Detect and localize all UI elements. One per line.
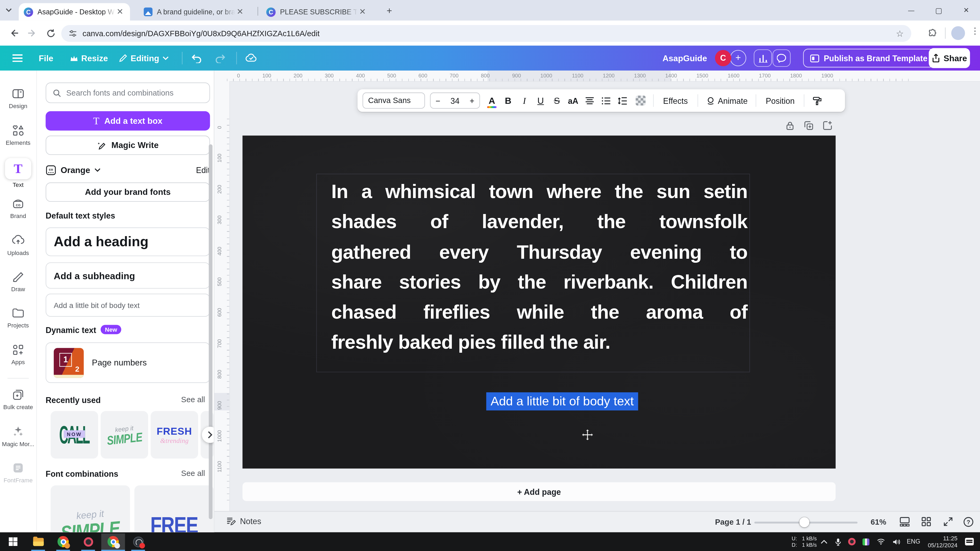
notification-center-icon[interactable] [965,538,974,545]
help-icon[interactable]: ? [963,517,974,527]
red-ring-app-button[interactable] [76,534,100,550]
bookmark-star-icon[interactable]: ☆ [896,29,904,39]
brand-kit-edit-link[interactable]: Edit [196,165,210,175]
page-numbers-card[interactable]: 12 Page numbers [46,342,210,383]
increase-size-button[interactable]: + [470,96,474,105]
pages-view-icon[interactable] [899,517,910,527]
sidebar-item-fontframe[interactable]: FontFrame [0,461,36,483]
spacing-button[interactable] [614,91,630,110]
site-settings-icon[interactable] [69,29,77,38]
animate-button[interactable]: Animate [702,91,751,110]
alignment-button[interactable] [581,91,598,110]
comments-button[interactable] [773,49,791,67]
tray-expand-icon[interactable] [821,539,827,544]
extensions-icon[interactable] [928,29,937,38]
undo-icon[interactable] [191,54,202,63]
window-minimize-button[interactable]: — [897,0,925,21]
bold-button[interactable]: B [500,91,516,110]
font-search-input[interactable]: Search fonts and combinations [46,83,210,103]
obs-button[interactable] [126,534,150,550]
zoom-value[interactable]: 61% [870,518,886,527]
browser-tab-3[interactable]: C PLEASE SUBSCRIBE TO THIS CH ✕ [261,3,372,21]
recently-used-see-all[interactable]: See all [181,395,205,404]
window-maximize-button[interactable]: ▢ [925,0,952,21]
browser-tab-2[interactable]: A brand guideline, or brand sty ✕ [139,3,250,21]
window-close-button[interactable]: ✕ [953,0,980,21]
strikethrough-button[interactable]: S [549,91,565,110]
add-body-text-card[interactable]: Add a little bit of body text [46,294,210,317]
tray-red-ring-icon[interactable] [848,538,855,545]
clock[interactable]: 11:25 05/12/2024 [928,535,958,549]
cloud-saved-icon[interactable] [245,52,258,63]
chrome-active-button[interactable] [101,534,125,550]
add-subheading-card[interactable]: Add a subheading [46,262,210,289]
user-avatar[interactable]: C [715,50,731,66]
browser-profile-avatar[interactable] [951,26,965,40]
sidebar-item-brand[interactable]: co Brand [0,197,36,219]
tab-close-icon[interactable]: ✕ [115,7,125,17]
sidebar-item-text[interactable]: T Text [0,158,36,188]
sidebar-item-uploads[interactable]: Uploads [0,234,36,256]
browser-tab-1[interactable]: C AsapGuide - Desktop Wallpape ✕ [19,3,130,21]
recent-style-tile-fresh-trending[interactable]: FRESH&trending [151,411,198,458]
redo-icon[interactable] [215,54,226,63]
zoom-slider-thumb[interactable] [799,517,810,527]
language-indicator[interactable]: ENG [907,538,920,545]
publish-brand-template-button[interactable]: Publish as Brand Template [803,49,934,67]
recent-style-tile-call-now[interactable]: CALLNOW [51,411,98,458]
notes-button[interactable]: Notes [226,517,261,526]
font-combo-tile-free[interactable]: FREE [135,486,214,532]
share-button[interactable]: Share [929,48,970,68]
forward-icon[interactable] [27,28,38,38]
sidebar-item-bulk-create[interactable]: Bulk create [0,388,36,410]
browser-menu-icon[interactable]: ⋮ [971,25,980,36]
add-brand-fonts-button[interactable]: Add your brand fonts [46,182,210,202]
underline-button[interactable]: U [533,91,549,110]
add-member-button[interactable]: + [730,50,746,66]
url-text[interactable]: canva.com/design/DAGXFBBoiYg/0U8xD9Q6AHZ… [83,29,320,38]
text-case-button[interactable]: aA [565,91,581,110]
list-button[interactable] [598,91,614,110]
font-selector[interactable]: Canva Sans [363,92,425,109]
chrome-profile1-button[interactable] [51,534,75,550]
wifi-icon[interactable] [877,538,885,545]
editing-mode-dropdown[interactable]: Editing [119,46,169,71]
file-menu[interactable]: File [39,46,54,71]
microphone-icon[interactable] [835,538,841,546]
text-color-button[interactable]: A [484,91,500,110]
position-button[interactable]: Position [761,96,800,105]
sidebar-item-projects[interactable]: Projects [0,306,36,329]
design-page[interactable]: In a whimsical town where the sun setin … [243,135,836,468]
add-heading-card[interactable]: Add a heading [46,227,210,256]
new-tab-button[interactable]: + [384,5,395,16]
tab-close-icon[interactable]: ✕ [235,7,245,17]
tab-close-icon[interactable]: ✕ [357,7,368,17]
font-combinations-see-all[interactable]: See all [181,469,205,478]
back-icon[interactable] [9,28,19,38]
add-page-icon[interactable] [822,121,833,131]
zoom-slider[interactable] [754,522,858,524]
sidebar-item-elements[interactable]: Elements [0,124,36,146]
resize-button[interactable]: Resize [70,46,108,71]
tray-app-icon[interactable] [862,538,869,545]
brand-kit-selector[interactable]: co Orange Edit [46,162,210,177]
grid-view-icon[interactable] [921,517,931,527]
decrease-size-button[interactable]: − [436,96,441,105]
tab-search-icon[interactable] [5,6,13,14]
start-button[interactable] [2,534,25,550]
add-page-button[interactable]: + Add page [243,482,836,501]
copy-style-button[interactable] [809,91,825,110]
italic-button[interactable]: I [516,91,533,110]
selected-body-text[interactable]: Add a little bit of body text [486,392,638,410]
font-combo-tile-keep-it-simple[interactable]: keep itSIMPLE [51,486,130,532]
volume-icon[interactable] [892,538,900,545]
panel-scrollbar[interactable] [209,144,213,519]
add-text-box-button[interactable]: T Add a text box [46,111,210,131]
paragraph-text[interactable]: In a whimsical town where the sun setin … [331,177,748,358]
sidebar-item-apps[interactable]: Apps [0,343,36,365]
sidebar-item-draw[interactable]: Draw [0,270,36,292]
duplicate-page-icon[interactable] [804,121,814,131]
sidebar-item-design[interactable]: Design [0,87,36,109]
refresh-icon[interactable] [46,29,56,38]
magic-write-button[interactable]: Magic Write [46,135,210,155]
